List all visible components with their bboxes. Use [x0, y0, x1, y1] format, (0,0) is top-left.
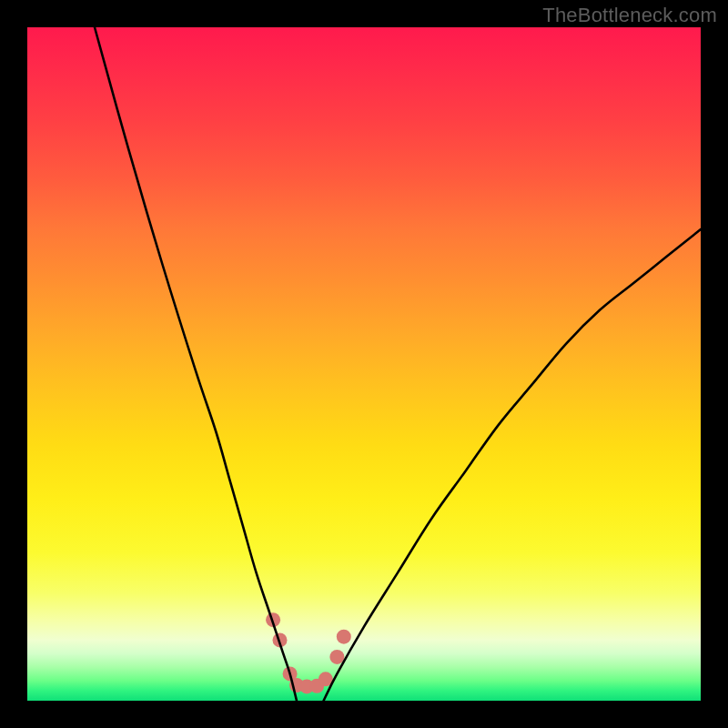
left-branch-curve: [95, 27, 297, 701]
marker-group: [266, 612, 351, 693]
marker-dot: [337, 630, 351, 644]
chart-frame: TheBottleneck.com: [0, 0, 728, 728]
marker-dot: [329, 650, 344, 664]
plot-area: [27, 27, 701, 701]
curves-layer: [27, 27, 701, 701]
watermark-text: TheBottleneck.com: [542, 4, 717, 27]
right-branch-curve: [324, 229, 701, 701]
